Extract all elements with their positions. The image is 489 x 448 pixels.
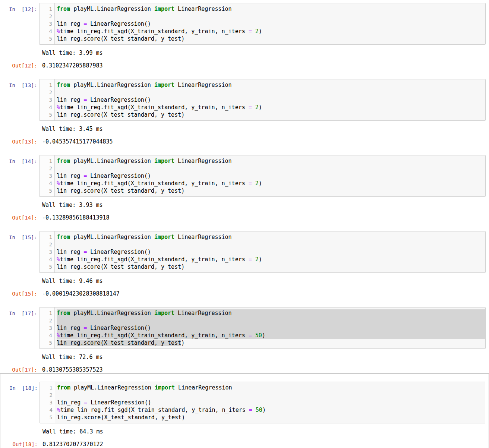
output-value: 0.8123702077370122 xyxy=(40,441,103,448)
code-token: ) xyxy=(259,28,262,35)
code-line: lin_reg = LinearRegression() xyxy=(57,172,485,180)
output-value: -0.13289856188413918 xyxy=(39,214,110,221)
line-number: 3 xyxy=(40,324,52,332)
code-line: lin_reg.score(X_test_standard, y_test) xyxy=(57,35,485,42)
line-number: 2 xyxy=(40,13,52,20)
code-token: lin_reg.score(X_test_standard, y_test) xyxy=(57,35,184,42)
notebook-cell[interactable]: In [13]:12345from playML.LinearRegressio… xyxy=(0,79,489,155)
code-token: = xyxy=(249,407,252,413)
code-token: time lin_reg.fit_sgd(X_train_standard, y… xyxy=(60,28,249,35)
code-line: lin_reg = LinearRegression() xyxy=(57,20,485,28)
code-line: %time lin_reg.fit_sgd(X_train_standard, … xyxy=(57,332,485,339)
code-token: ) xyxy=(181,340,184,346)
code-token: from xyxy=(57,6,70,12)
code-area[interactable]: from playML.LinearRegression import Line… xyxy=(55,79,485,120)
code-token xyxy=(252,256,255,263)
code-token: playML.LinearRegression xyxy=(70,384,155,391)
line-number: 4 xyxy=(40,332,52,339)
line-number-gutter: 12345 xyxy=(40,231,55,272)
notebook-cell[interactable]: In [17]:12345from playML.LinearRegressio… xyxy=(0,307,489,383)
code-token: LinearRegression xyxy=(175,384,232,391)
line-number: 5 xyxy=(40,414,53,421)
code-editor[interactable]: 12345from playML.LinearRegression import… xyxy=(40,382,485,423)
line-number: 3 xyxy=(40,96,52,104)
code-token: time lin_reg.fit_sgd(X_train_standard, y… xyxy=(60,180,249,187)
input-row: In [13]:12345from playML.LinearRegressio… xyxy=(0,79,489,121)
code-token: playML.LinearRegression xyxy=(70,310,154,316)
output-row: Out[13]:-0.045357415177044835 xyxy=(0,138,489,145)
code-token: LinearRegression xyxy=(174,6,232,12)
code-token: time lin_reg.fit_sgd(X_train_standard, y… xyxy=(60,407,249,413)
code-token: from xyxy=(57,158,70,164)
line-number: 5 xyxy=(40,111,52,119)
code-token: LinearRegression xyxy=(174,82,232,88)
input-prompt: In [15]: xyxy=(0,231,39,241)
code-area[interactable]: from playML.LinearRegression import Line… xyxy=(55,231,485,272)
notebook-cell-selected[interactable]: In [18]:12345from playML.LinearRegressio… xyxy=(0,373,489,448)
line-number: 2 xyxy=(40,89,52,96)
code-editor[interactable]: 12345from playML.LinearRegression import… xyxy=(39,3,486,45)
code-token: % xyxy=(57,104,60,111)
line-number: 3 xyxy=(40,20,52,28)
code-token: from xyxy=(57,82,70,88)
code-line: lin_reg.score(X_test_standard, y_test) xyxy=(57,414,485,421)
code-token: ) xyxy=(259,256,262,263)
code-token: % xyxy=(57,332,60,339)
code-token: from xyxy=(57,384,70,391)
code-token: import xyxy=(154,310,174,316)
code-editor[interactable]: 12345from playML.LinearRegression import… xyxy=(39,155,486,197)
code-line: lin_reg = LinearRegression() xyxy=(57,248,485,256)
wall-time-output: Wall time: 72.6 ms xyxy=(42,353,486,361)
code-token: lin_reg xyxy=(57,20,83,27)
line-number-gutter: 12345 xyxy=(40,382,55,423)
code-area[interactable]: from playML.LinearRegression import Line… xyxy=(55,307,485,348)
line-number: 2 xyxy=(40,165,52,172)
code-token xyxy=(252,407,256,413)
line-number: 4 xyxy=(40,180,52,187)
code-line xyxy=(57,391,485,399)
code-token xyxy=(252,28,255,35)
code-token: LinearRegression xyxy=(174,310,232,316)
code-editor[interactable]: 12345from playML.LinearRegression import… xyxy=(39,307,486,349)
code-line: %time lin_reg.fit_sgd(X_train_standard, … xyxy=(57,28,485,35)
code-editor[interactable]: 12345from playML.LinearRegression import… xyxy=(39,231,486,273)
code-token: % xyxy=(57,256,60,263)
input-prompt: In [12]: xyxy=(0,3,39,13)
code-token: lin_reg.score(X_test_standard, y_test) xyxy=(57,111,184,118)
line-number: 5 xyxy=(40,187,52,195)
input-row: In [18]:12345from playML.LinearRegressio… xyxy=(0,382,489,423)
code-area[interactable]: from playML.LinearRegression import Line… xyxy=(55,3,485,44)
code-token: % xyxy=(57,180,60,187)
code-token: % xyxy=(57,407,60,413)
notebook-cell[interactable]: In [15]:12345from playML.LinearRegressio… xyxy=(0,231,489,307)
line-number: 4 xyxy=(40,104,52,111)
code-token: LinearRegression() xyxy=(87,97,151,103)
code-area[interactable]: from playML.LinearRegression import Line… xyxy=(55,382,485,423)
notebook-cell[interactable]: In [12]:12345from playML.LinearRegressio… xyxy=(0,3,489,79)
code-line: from playML.LinearRegression import Line… xyxy=(57,309,485,317)
output-prompt: Out[14]: xyxy=(0,214,39,221)
code-token: = xyxy=(83,173,87,179)
notebook-cell[interactable]: In [14]:12345from playML.LinearRegressio… xyxy=(0,155,489,231)
line-number: 4 xyxy=(40,256,52,263)
code-token: = xyxy=(84,399,87,406)
line-number: 1 xyxy=(40,157,52,165)
input-prompt: In [14]: xyxy=(0,155,39,165)
output-value: -0.045357415177044835 xyxy=(39,138,113,145)
output-prompt: Out[12]: xyxy=(0,62,39,69)
output-prompt: Out[18]: xyxy=(0,441,40,448)
output-prompt: Out[17]: xyxy=(0,366,39,373)
code-token: LinearRegression() xyxy=(87,249,151,255)
code-token: % xyxy=(57,28,60,35)
input-row: In [14]:12345from playML.LinearRegressio… xyxy=(0,155,489,197)
code-line: lin_reg = LinearRegression() xyxy=(57,324,485,332)
code-token: lin_reg xyxy=(57,325,83,331)
input-prompt: In [18]: xyxy=(0,382,40,392)
code-area[interactable]: from playML.LinearRegression import Line… xyxy=(55,155,485,196)
code-token: ) xyxy=(262,332,265,339)
code-token: = xyxy=(83,325,87,331)
code-token: LinearRegression xyxy=(174,158,232,164)
code-token: lin_reg xyxy=(57,97,83,103)
code-editor[interactable]: 12345from playML.LinearRegression import… xyxy=(39,79,486,121)
line-number-gutter: 12345 xyxy=(40,155,55,196)
